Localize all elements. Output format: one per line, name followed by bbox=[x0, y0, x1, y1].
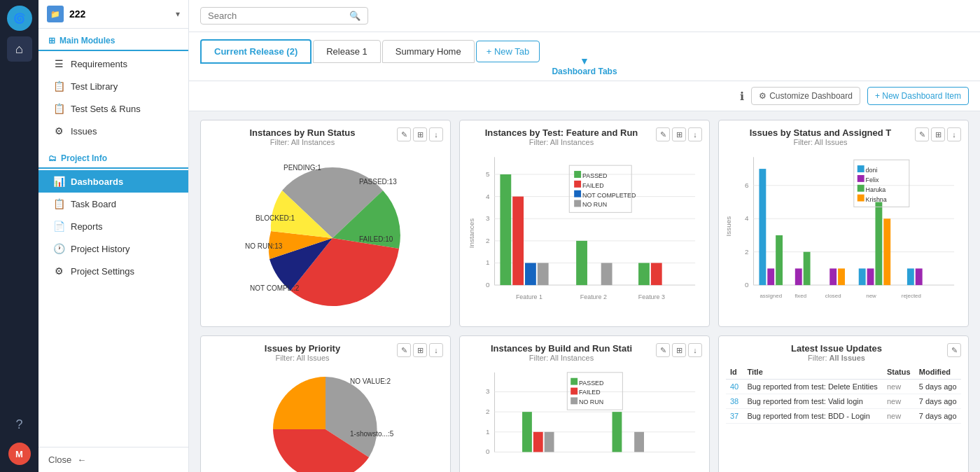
chart-header-5: Instances by Build and Run Stati Filter:… bbox=[467, 343, 702, 362]
chart-edit-btn-1[interactable]: ✎ bbox=[397, 127, 411, 141]
col-modified: Modified bbox=[915, 365, 961, 380]
svg-text:Felix: Felix bbox=[866, 176, 879, 183]
chart-filter-1: Filter: All Instances bbox=[208, 138, 397, 146]
svg-rect-24 bbox=[651, 263, 662, 285]
chart-copy-btn-3[interactable]: ⊞ bbox=[931, 127, 945, 141]
chart-title-4: Issues by Priority bbox=[208, 343, 397, 354]
issues-table: Id Title Status Modified 40 Bug reported… bbox=[726, 365, 961, 424]
tab-new-button[interactable]: + New Tab bbox=[476, 41, 540, 62]
svg-rect-62 bbox=[916, 268, 923, 285]
sidebar-item-project-settings[interactable]: ⚙ Project Settings bbox=[38, 260, 188, 282]
svg-rect-68 bbox=[858, 185, 864, 192]
sidebar-item-issues[interactable]: ⚙ Issues bbox=[38, 120, 188, 142]
svg-text:assigned: assigned bbox=[760, 293, 782, 299]
svg-rect-94 bbox=[570, 397, 578, 404]
svg-rect-47 bbox=[767, 268, 774, 285]
chart-edit-btn-6[interactable]: ✎ bbox=[947, 343, 961, 357]
chevron-down-icon[interactable]: ▾ bbox=[176, 9, 180, 19]
chart-download-btn-3[interactable]: ↓ bbox=[947, 127, 961, 141]
tab-release-1[interactable]: Release 1 bbox=[313, 40, 381, 63]
svg-rect-32 bbox=[574, 200, 581, 207]
home-icon[interactable]: ⌂ bbox=[7, 36, 32, 62]
chart-download-btn-4[interactable]: ↓ bbox=[429, 343, 443, 357]
svg-text:PASSED: PASSED bbox=[582, 172, 607, 179]
modules-icon: ⊞ bbox=[48, 36, 55, 46]
svg-text:new: new bbox=[866, 293, 876, 299]
avatar[interactable]: M bbox=[8, 443, 31, 465]
svg-rect-15 bbox=[500, 174, 511, 285]
issue-modified: 7 days ago bbox=[915, 409, 961, 424]
chart-download-btn-2[interactable]: ↓ bbox=[688, 127, 702, 141]
chart-edit-btn-2[interactable]: ✎ bbox=[656, 127, 670, 141]
tab-summary-home[interactable]: Summary Home bbox=[382, 40, 475, 63]
chart-filter-3: Filter: All Issues bbox=[726, 138, 915, 146]
sidebar-item-test-library[interactable]: 📋 Test Library bbox=[38, 75, 188, 97]
dashboards-icon: 📊 bbox=[52, 176, 65, 187]
sidebar-close[interactable]: Close ← bbox=[38, 447, 188, 472]
label-norun: NO RUN:13 bbox=[245, 242, 283, 250]
chart-title-2: Instances by Test: Feature and Run bbox=[467, 127, 656, 138]
project-icon: 📁 bbox=[47, 6, 64, 22]
svg-rect-90 bbox=[570, 378, 578, 385]
svg-text:Krishna: Krishna bbox=[866, 196, 887, 203]
sidebar-item-requirements[interactable]: ☰ Requirements bbox=[38, 53, 188, 75]
help-icon[interactable]: ? bbox=[7, 412, 32, 437]
chart-copy-btn-2[interactable]: ⊞ bbox=[672, 127, 686, 141]
task-board-icon: 📋 bbox=[52, 198, 65, 209]
chart-title-6: Latest Issue Updates bbox=[726, 343, 947, 354]
project-settings-icon: ⚙ bbox=[52, 265, 65, 277]
issue-modified: 7 days ago bbox=[915, 394, 961, 409]
chart-edit-btn-5[interactable]: ✎ bbox=[656, 343, 670, 357]
chart-copy-btn-5[interactable]: ⊞ bbox=[672, 343, 686, 357]
svg-rect-54 bbox=[838, 268, 845, 285]
sidebar-item-test-sets[interactable]: 📋 Test Sets & Runs bbox=[38, 97, 188, 120]
reports-icon: 📄 bbox=[52, 221, 65, 232]
svg-text:doni: doni bbox=[866, 167, 878, 174]
chart-title-3: Issues by Status and Assigned T bbox=[726, 127, 915, 138]
svg-text:NOT COMPLETED: NOT COMPLETED bbox=[582, 192, 636, 199]
table-row: 37 Bug reported from test: BDD - Login n… bbox=[726, 409, 961, 424]
tab-current-release[interactable]: Current Release (2) bbox=[200, 39, 312, 64]
sidebar-item-task-board[interactable]: 📋 Task Board bbox=[38, 193, 188, 215]
issue-title: Bug reported from test: Delete Entities bbox=[743, 380, 883, 394]
project-selector[interactable]: 📁 222 ▾ bbox=[38, 0, 188, 29]
icon-rail: 🌀 ⌂ ? M bbox=[0, 0, 38, 472]
svg-text:Feature 1: Feature 1 bbox=[516, 293, 542, 300]
issue-id[interactable]: 37 bbox=[726, 409, 743, 424]
pie-chart-4-svg: NO VALUE:2 1-showsto...:5 bbox=[241, 366, 410, 473]
issue-id[interactable]: 38 bbox=[726, 394, 743, 409]
sidebar-item-reports[interactable]: 📄 Reports bbox=[38, 215, 188, 237]
svg-text:6: 6 bbox=[745, 181, 749, 189]
requirements-icon: ☰ bbox=[52, 58, 65, 69]
chart-latest-issues: Latest Issue Updates Filter: All Issues … bbox=[718, 335, 969, 472]
chart-download-btn-5[interactable]: ↓ bbox=[688, 343, 702, 357]
sidebar-nav: 📁 222 ▾ ⊞ Main Modules ☰ Requirements 📋 … bbox=[38, 0, 189, 472]
chart-copy-btn-4[interactable]: ⊞ bbox=[413, 343, 427, 357]
svg-text:2: 2 bbox=[745, 248, 749, 256]
chart-filter-2: Filter: All Instances bbox=[467, 138, 656, 146]
sidebar-item-dashboards[interactable]: 📊 Dashboards bbox=[38, 170, 188, 193]
sidebar-item-project-history[interactable]: 🕐 Project History bbox=[38, 237, 188, 260]
chart-filter-6: Filter: All Issues bbox=[726, 354, 947, 362]
chart-copy-btn-1[interactable]: ⊞ bbox=[413, 127, 427, 141]
new-dashboard-item-button[interactable]: + New Dashboard Item bbox=[867, 87, 969, 105]
svg-text:Haruka: Haruka bbox=[866, 186, 886, 193]
svg-text:1: 1 bbox=[486, 428, 490, 436]
svg-text:4: 4 bbox=[486, 193, 490, 200]
chart-download-btn-1[interactable]: ↓ bbox=[429, 127, 443, 141]
chart-edit-btn-3[interactable]: ✎ bbox=[915, 127, 929, 141]
svg-text:closed: closed bbox=[825, 293, 841, 299]
svg-rect-18 bbox=[538, 263, 549, 285]
chart-filter-4: Filter: All Issues bbox=[208, 354, 397, 362]
customize-dashboard-button[interactable]: ⚙ Customize Dashboard bbox=[751, 87, 860, 105]
info-icon[interactable]: ℹ bbox=[740, 90, 744, 103]
chart-edit-btn-4[interactable]: ✎ bbox=[397, 343, 411, 357]
issue-id[interactable]: 40 bbox=[726, 380, 743, 394]
search-box[interactable]: 🔍 bbox=[200, 7, 368, 25]
svg-text:0: 0 bbox=[486, 447, 490, 455]
search-input[interactable] bbox=[208, 11, 345, 21]
svg-text:fixed: fixed bbox=[794, 293, 806, 299]
col-id: Id bbox=[726, 365, 743, 380]
arrow-left-icon: ← bbox=[77, 454, 86, 465]
svg-rect-53 bbox=[830, 268, 836, 285]
